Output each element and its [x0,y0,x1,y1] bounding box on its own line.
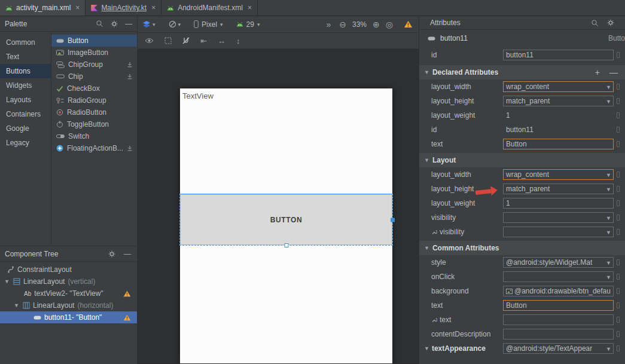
component-chip[interactable]: Chip [51,71,137,82]
component-radiogroup[interactable]: RadioGroup [51,94,137,106]
onclick-dropdown[interactable]: ▼ [503,271,614,282]
chevron-down-icon[interactable]: ▼ [4,279,10,285]
favorite-toggle[interactable] [617,98,620,104]
component-floatingactionbutton[interactable]: FloatingActionB... [51,142,137,154]
favorite-toggle[interactable] [617,288,620,294]
section-declared-attributes[interactable]: ▼ Declared Attributes + — [419,65,625,79]
section-layout[interactable]: ▼ Layout [419,153,625,167]
favorite-toggle[interactable] [617,302,620,308]
warning-icon[interactable] [123,290,131,297]
canvas-button[interactable]: BUTTON [180,194,392,245]
category-containers[interactable]: Containers [0,107,51,121]
orientation-button[interactable]: ▾ [169,20,181,28]
category-layouts[interactable]: Layouts [0,93,51,107]
tree-item-linearlayout-vertical[interactable]: ▼ LinearLayout (vertical) [0,276,137,287]
remove-attribute-button[interactable]: — [609,68,618,77]
favorite-toggle[interactable] [617,172,620,178]
view-options-icon[interactable] [145,38,154,44]
section-common-attributes[interactable]: ▼ Common Attributes [419,241,625,255]
design-surface-mode-button[interactable]: ▾ [142,20,156,28]
favorite-toggle[interactable] [617,127,620,133]
gear-icon[interactable] [108,250,115,258]
layout-weight-value[interactable]: 1 [503,111,614,120]
warning-icon[interactable] [123,314,131,321]
close-icon[interactable]: × [248,4,252,12]
favorite-toggle[interactable] [617,274,620,280]
component-radiobutton[interactable]: RadioButton [51,106,137,118]
category-widgets[interactable]: Widgets [0,78,51,93]
zoom-out-button[interactable]: ⊖ [339,20,346,29]
show-blueprint-icon[interactable] [164,37,172,44]
category-buttons[interactable]: Buttons [0,64,51,78]
component-togglebutton[interactable]: ToggleButton [51,118,137,130]
favorite-toggle[interactable] [617,84,620,90]
component-chipgroup[interactable]: ChipGroup [51,59,137,71]
autoconnect-off-icon[interactable] [182,37,190,44]
tools-text-field[interactable] [503,314,614,325]
contentdescription-field[interactable] [503,329,614,339]
close-icon[interactable]: × [151,4,156,12]
category-google[interactable]: Google [0,121,51,136]
chevron-down-icon[interactable]: ▼ [424,345,429,351]
close-icon[interactable]: × [75,4,80,12]
tree-item-textview2[interactable]: Ab textView2- "TextView" [0,287,137,299]
download-icon[interactable] [127,62,133,68]
default-margins-icon[interactable]: ⇤ [200,37,207,45]
favorite-toggle[interactable] [617,229,620,235]
warning-icon[interactable] [404,20,413,28]
chevron-down-icon[interactable]: ▼ [13,302,20,308]
zoom-to-fit-button[interactable]: ◎ [386,20,393,29]
hide-panel-icon[interactable]: — [124,250,131,258]
tab-mainactivity-kt[interactable]: MainActivity.kt × [86,0,161,16]
id-value[interactable]: button11 [503,126,614,134]
tree-item-linearlayout-horizontal[interactable]: ▼ LinearLayout (horizontal) [0,299,137,311]
tree-item-constraintlayout[interactable]: ConstraintLayout [0,264,137,276]
search-icon[interactable] [591,19,599,27]
tab-androidmanifest-xml[interactable]: AndroidManifest.xml × [161,0,258,16]
style-dropdown[interactable]: @android:style/Widget.Mat ▼ [503,257,614,268]
layout-width-dropdown[interactable]: wrap_content ▼ [503,169,614,180]
layout-width-dropdown[interactable]: wrap_content ▼ [503,81,614,92]
id-field[interactable]: button11 [503,50,614,60]
tree-item-button11[interactable]: button11- "Button" [0,311,137,323]
resize-handle-right[interactable] [391,218,395,222]
design-surface[interactable]: TextView BUTTON [138,49,419,363]
favorite-toggle[interactable] [617,186,620,192]
search-icon[interactable] [96,20,103,27]
background-field[interactable]: @android:drawable/btn_defau [503,286,614,296]
device-selector[interactable]: Pixel ▾ [194,20,223,29]
layout-height-dropdown[interactable]: match_parent ▼ [503,96,614,106]
favorite-toggle[interactable] [617,317,620,323]
gear-icon[interactable] [607,19,614,26]
visibility-dropdown[interactable]: ▼ [503,212,614,223]
favorite-toggle[interactable] [617,259,620,265]
category-text[interactable]: Text [0,50,51,64]
tab-activity-main-xml[interactable]: activity_main.xml × [0,0,86,16]
resize-handle-bottom[interactable] [284,243,288,247]
component-switch[interactable]: Switch [51,130,137,142]
favorite-toggle[interactable] [617,200,620,206]
device-canvas[interactable]: TextView BUTTON [180,88,392,363]
text-field[interactable]: Button [503,139,614,149]
textappearance-dropdown[interactable]: @android:style/TextAppear ▼ [503,343,614,354]
component-checkbox[interactable]: CheckBox [51,82,137,94]
category-common[interactable]: Common [0,35,51,50]
layout-weight-field[interactable]: 1 [503,198,614,209]
toolbar-overflow-chevrons[interactable]: » [326,20,331,29]
component-button[interactable]: Button [51,35,137,47]
canvas-textview[interactable]: TextView [182,91,214,100]
infer-constraints-icon[interactable]: ↕ [236,37,240,45]
favorite-toggle[interactable] [617,141,620,147]
component-imagebutton[interactable]: ImageButton [51,47,137,59]
favorite-toggle[interactable] [617,215,620,221]
favorite-toggle[interactable] [617,112,620,118]
text-field[interactable]: Button [503,300,614,311]
gear-icon[interactable] [111,20,118,27]
layout-height-dropdown[interactable]: match_parent ▼ [503,183,614,194]
favorite-toggle[interactable] [617,345,620,351]
download-icon[interactable] [127,145,133,151]
favorite-toggle[interactable] [617,52,620,58]
tools-visibility-dropdown[interactable]: ▼ [503,227,614,237]
favorite-toggle[interactable] [617,331,620,337]
category-legacy[interactable]: Legacy [0,136,51,150]
